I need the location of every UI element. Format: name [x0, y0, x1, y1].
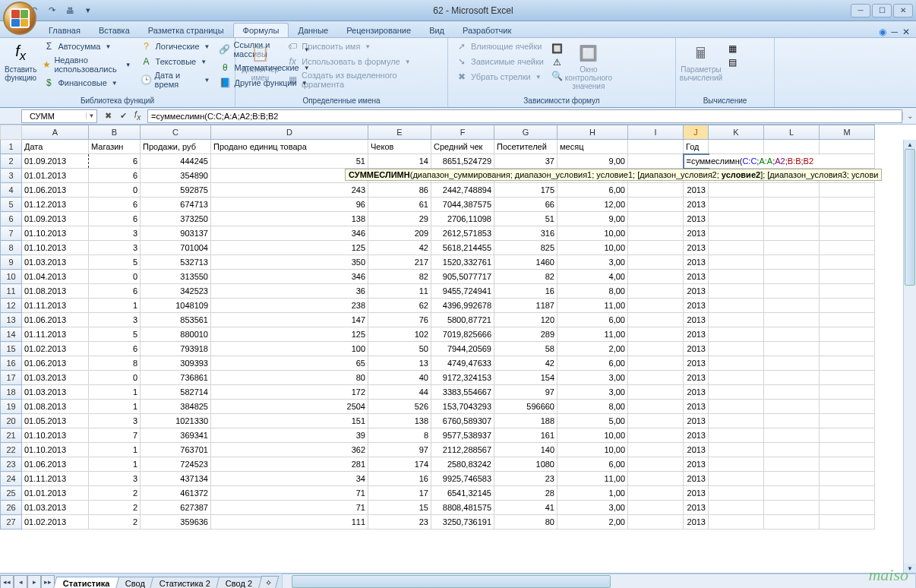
autosum-button[interactable]: ΣАвтосумма▼ [39, 40, 134, 53]
cell[interactable]: 2013 [684, 299, 709, 313]
cell[interactable]: 5,00 [557, 414, 628, 428]
cell[interactable]: 5 [89, 255, 141, 270]
cell[interactable]: 01.09.2013 [22, 212, 89, 226]
cell[interactable] [628, 342, 684, 356]
cell[interactable] [820, 255, 875, 270]
cell[interactable] [709, 356, 764, 371]
cell[interactable] [709, 414, 764, 428]
cell[interactable]: 120 [494, 313, 557, 327]
cell[interactable]: 138 [211, 212, 368, 226]
cell[interactable]: 42 [494, 356, 557, 371]
cell[interactable]: 8 [89, 356, 141, 371]
cell[interactable]: 2013 [684, 501, 709, 515]
cell[interactable]: 2013 [684, 284, 709, 299]
cell[interactable] [820, 212, 875, 226]
sheet-tab[interactable]: Свод [115, 577, 155, 588]
cell[interactable]: 8651,524729 [431, 154, 494, 169]
cell[interactable] [628, 414, 684, 428]
cell[interactable]: 01.03.2013 [22, 501, 89, 515]
print-icon[interactable]: 🖶 [62, 3, 77, 18]
select-all-corner[interactable] [1, 125, 22, 140]
cell[interactable]: 40 [368, 371, 431, 385]
cell[interactable] [764, 457, 820, 472]
cell[interactable]: 346 [211, 270, 368, 284]
cell[interactable]: 342523 [141, 284, 211, 299]
ribbon-tab-0[interactable]: Главная [39, 24, 90, 37]
cell[interactable] [709, 443, 764, 457]
cell[interactable]: 01.03.2013 [22, 385, 89, 400]
row-header-8[interactable]: 8 [1, 241, 22, 255]
cell[interactable]: 10,00 [557, 241, 628, 255]
cell[interactable]: 532713 [141, 255, 211, 270]
cell[interactable]: 11,00 [557, 327, 628, 342]
cell[interactable]: 44 [368, 385, 431, 400]
cell[interactable]: 9925,746583 [431, 472, 494, 486]
cell[interactable] [764, 183, 820, 198]
cell[interactable]: 100 [211, 342, 368, 356]
cell[interactable]: 701004 [141, 241, 211, 255]
cell[interactable]: Чеков [368, 140, 431, 154]
cell[interactable] [709, 428, 764, 443]
cell[interactable]: 6760,589307 [431, 414, 494, 428]
cell[interactable]: 50 [368, 342, 431, 356]
row-header-27[interactable]: 27 [1, 515, 22, 530]
cell[interactable]: 01.02.2013 [22, 342, 89, 356]
cell[interactable] [709, 486, 764, 501]
cell[interactable] [764, 486, 820, 501]
ribbon-tab-1[interactable]: Вставка [90, 24, 139, 37]
sheet-nav-next[interactable]: ▸ [27, 575, 41, 589]
cell[interactable]: 1187 [494, 299, 557, 313]
cell[interactable]: 16 [494, 284, 557, 299]
cell[interactable]: 359636 [141, 515, 211, 530]
cell[interactable] [628, 226, 684, 241]
cell[interactable]: 51 [494, 212, 557, 226]
cell[interactable]: 4749,47633 [431, 356, 494, 371]
cell[interactable]: 2013 [684, 342, 709, 356]
cell[interactable] [709, 472, 764, 486]
cell[interactable]: 3,00 [557, 385, 628, 400]
cell[interactable]: 2013 [684, 212, 709, 226]
cell[interactable]: 01.05.2013 [22, 414, 89, 428]
cell[interactable]: 2013 [684, 327, 709, 342]
row-header-7[interactable]: 7 [1, 226, 22, 241]
cell[interactable]: 97 [494, 385, 557, 400]
hscroll-thumb[interactable] [292, 575, 611, 588]
cell[interactable]: 2504 [211, 400, 368, 414]
cell[interactable]: 3,00 [557, 371, 628, 385]
cell[interactable] [820, 299, 875, 313]
cell[interactable]: 28 [494, 486, 557, 501]
row-header-22[interactable]: 22 [1, 443, 22, 457]
cell[interactable]: 1 [89, 443, 141, 457]
cell[interactable]: 96 [211, 198, 368, 212]
col-header-E[interactable]: E [368, 125, 431, 140]
cell[interactable]: 853561 [141, 313, 211, 327]
cell[interactable]: 6 [89, 169, 141, 183]
cell[interactable]: 4,00 [557, 270, 628, 284]
col-header-F[interactable]: F [431, 125, 494, 140]
cell[interactable] [764, 400, 820, 414]
row-header-16[interactable]: 16 [1, 356, 22, 371]
cell[interactable]: 8,00 [557, 400, 628, 414]
cell[interactable]: 2013 [684, 371, 709, 385]
cell[interactable] [709, 385, 764, 400]
row-header-25[interactable]: 25 [1, 486, 22, 501]
expand-formula-bar-icon[interactable]: ⌄ [902, 112, 916, 120]
cell[interactable]: 3,00 [557, 501, 628, 515]
cell[interactable]: 2112,288567 [431, 443, 494, 457]
cell[interactable]: 15 [368, 501, 431, 515]
cell[interactable]: 2013 [684, 241, 709, 255]
cell[interactable] [820, 515, 875, 530]
cell[interactable]: 3 [89, 313, 141, 327]
cell[interactable] [820, 428, 875, 443]
cell[interactable] [764, 327, 820, 342]
col-header-D[interactable]: D [211, 125, 368, 140]
cell[interactable] [709, 255, 764, 270]
cell[interactable]: Дата [22, 140, 89, 154]
cell[interactable]: 2013 [684, 198, 709, 212]
cell[interactable]: 238 [211, 299, 368, 313]
cell[interactable]: 354890 [141, 169, 211, 183]
cell[interactable]: 3 [89, 226, 141, 241]
cell[interactable] [820, 457, 875, 472]
spreadsheet-grid[interactable]: ABCDEFGHIJKLM1ДатаМагазинПродажи, рубПро… [0, 125, 916, 573]
cell[interactable]: 01.03.2013 [22, 371, 89, 385]
